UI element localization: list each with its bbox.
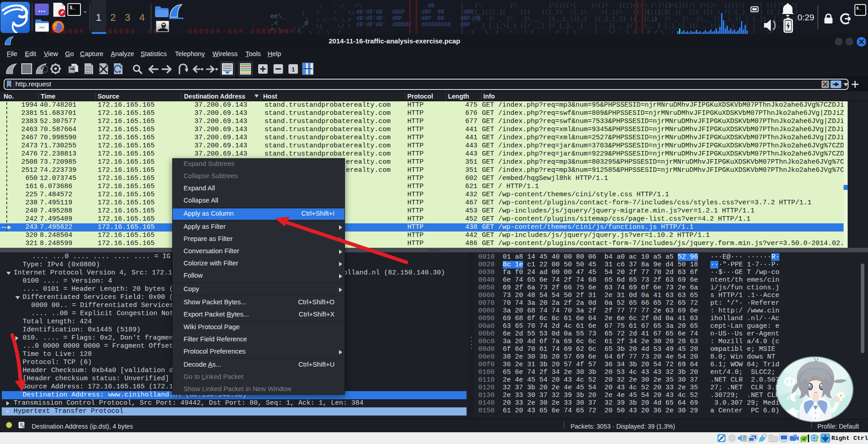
svg-text:,: , <box>786 388 789 401</box>
svg-text:0111: 0111 <box>85 71 92 75</box>
svg-text:1: 1 <box>292 66 295 73</box>
svg-text:$_: $_ <box>70 5 75 10</box>
svg-text:$_: $_ <box>856 6 861 11</box>
